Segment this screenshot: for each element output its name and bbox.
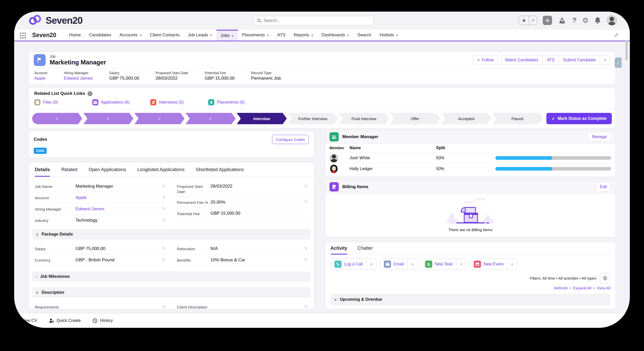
- section-job-milestones[interactable]: › Job Milestones: [32, 271, 310, 282]
- path-stage-final-interview[interactable]: Final Interview: [339, 113, 389, 124]
- edit-pencil-icon[interactable]: ✎: [162, 183, 166, 189]
- section-upcoming-overdue[interactable]: ∨ Upcoming & Overdue: [331, 294, 610, 305]
- email-button[interactable]: Email: [380, 259, 408, 270]
- edit-pencil-icon[interactable]: ✎: [162, 246, 166, 251]
- path-stage-offer[interactable]: Offer: [390, 113, 440, 124]
- task-icon: [425, 261, 432, 268]
- new-task-button[interactable]: New Task: [421, 259, 456, 270]
- hiring-manager-link[interactable]: Edward James: [64, 76, 93, 81]
- follow-button[interactable]: +Follow: [473, 55, 498, 65]
- account-link[interactable]: Apple: [75, 195, 87, 200]
- edit-pencil-icon[interactable]: ✎: [162, 257, 166, 263]
- edit-page-pencil-icon[interactable]: ✎: [614, 32, 618, 38]
- new-task-dropdown[interactable]: ▾: [456, 259, 466, 270]
- nav-item-search[interactable]: Search: [353, 30, 376, 40]
- side-panel-toggle[interactable]: ‹: [615, 57, 622, 68]
- path-stage-accepted[interactable]: Accepted: [441, 113, 491, 124]
- scrollbar-thumb[interactable]: [625, 40, 628, 61]
- quick-link-interviews[interactable]: Interviews (5): [150, 99, 208, 105]
- edit-pencil-icon[interactable]: ✎: [162, 195, 166, 200]
- tab-details[interactable]: Details: [35, 163, 50, 177]
- nav-item-job-leads[interactable]: Job Leads∨: [184, 30, 216, 40]
- log-a-call-dropdown[interactable]: ▾: [366, 259, 376, 270]
- tab-related[interactable]: Related: [61, 163, 77, 177]
- quick-link-applications[interactable]: Applications (6): [92, 99, 150, 105]
- nav-item-home[interactable]: Home: [65, 30, 85, 40]
- nav-app-name[interactable]: Seven20: [32, 32, 56, 40]
- nav-item-dashboards[interactable]: Dashboards∨: [317, 30, 353, 40]
- global-create-button[interactable]: +: [543, 16, 552, 25]
- hiring-manager-link[interactable]: Edward James: [75, 206, 104, 212]
- search-input[interactable]: [264, 18, 370, 23]
- nav-item-accounts[interactable]: Accounts∨: [115, 30, 146, 40]
- mark-status-complete-button[interactable]: ✓Mark Status as Complete: [546, 113, 612, 124]
- email-dropdown[interactable]: ▾: [408, 259, 417, 270]
- account-link[interactable]: Apple: [34, 76, 45, 81]
- utility-history[interactable]: History: [92, 318, 113, 323]
- app-launcher-icon[interactable]: [20, 32, 26, 39]
- edit-pencil-icon[interactable]: ✎: [162, 218, 166, 223]
- nav-item-ats[interactable]: ATS: [273, 30, 290, 40]
- field-relocation: Relocation N/A✎: [177, 243, 308, 254]
- global-header: Seven20 ★ ▾ + ? ⚙: [14, 12, 630, 30]
- setup-gear-icon[interactable]: ⚙: [582, 16, 589, 25]
- path-stage-complete[interactable]: ✓: [185, 113, 235, 124]
- user-avatar[interactable]: [607, 15, 617, 26]
- edit-pencil-icon[interactable]: ✎: [304, 246, 308, 251]
- activity-filter-settings-button[interactable]: [600, 273, 610, 283]
- path-stage-complete[interactable]: ✓: [32, 113, 82, 124]
- nav-item-client-contacts[interactable]: Client Contacts: [146, 30, 184, 40]
- new-task-control: New Task ▾: [421, 258, 466, 270]
- submit-candidate-button[interactable]: Submit Candidate: [559, 55, 600, 65]
- manage-button[interactable]: Manage: [588, 132, 611, 142]
- global-search[interactable]: [254, 16, 374, 25]
- quick-link-placements[interactable]: Placements (0): [208, 99, 266, 105]
- ats-button[interactable]: ATS: [543, 55, 559, 65]
- quick-link-files[interactable]: Files (0): [34, 99, 92, 105]
- tab-chatter[interactable]: Chatter: [358, 242, 373, 255]
- notifications-bell-icon[interactable]: [594, 17, 601, 24]
- tab-shortlisted-applications[interactable]: Shortlisted Applications: [196, 163, 244, 177]
- view-all-link[interactable]: View All: [597, 286, 610, 290]
- edit-button[interactable]: Edit: [595, 182, 611, 192]
- section-description[interactable]: ∨ Description: [32, 287, 310, 298]
- log-a-call-button[interactable]: Log a Call: [331, 259, 366, 270]
- path-stage-complete[interactable]: ✓: [134, 113, 184, 124]
- tab-activity[interactable]: Activity: [331, 242, 347, 255]
- nav-item-hotlists[interactable]: Hotlists∨: [375, 30, 402, 40]
- path-stage-further-interview[interactable]: Further Interview: [288, 113, 338, 124]
- nav-item-reports[interactable]: Reports∨: [290, 30, 317, 40]
- edit-pencil-icon[interactable]: ✎: [162, 206, 166, 212]
- path-stage-interview[interactable]: Interview: [237, 113, 287, 124]
- utility-quick-create[interactable]: Quick Create: [49, 318, 81, 323]
- activity-filters-text: Filters: All time • All activities • All…: [530, 276, 596, 280]
- nav-item-candidates[interactable]: Candidates: [85, 30, 115, 40]
- more-actions-dropdown-button[interactable]: ▾: [600, 55, 610, 65]
- edit-pencil-icon[interactable]: ✎: [304, 199, 308, 205]
- path-stage-placed[interactable]: Placed: [492, 113, 542, 124]
- match-candidates-button[interactable]: Match Candidates: [501, 55, 543, 65]
- edit-pencil-icon[interactable]: ✎: [304, 257, 308, 263]
- edit-pencil-icon[interactable]: ✎: [162, 304, 166, 309]
- expand-all-link[interactable]: Expand All: [573, 286, 591, 290]
- refresh-link[interactable]: Refresh: [554, 286, 568, 290]
- nav-item-placements[interactable]: Placements∨: [238, 30, 273, 40]
- configure-codes-button[interactable]: Configure Codes: [272, 135, 309, 144]
- new-event-dropdown[interactable]: ▾: [507, 259, 517, 270]
- favorites-dropdown-button[interactable]: ▾: [529, 16, 537, 25]
- path-stage-complete[interactable]: ✓: [83, 113, 133, 124]
- new-event-button[interactable]: New Event: [470, 259, 507, 270]
- nav-item-jobs[interactable]: Jobs∨: [216, 30, 238, 40]
- column-name: Name: [350, 146, 436, 150]
- code-chip[interactable]: COO: [34, 148, 47, 154]
- info-icon[interactable]: i: [88, 91, 92, 96]
- utility-new-cv[interactable]: New CV: [22, 318, 37, 323]
- tab-longlisted-applications[interactable]: Longlisted Applications: [137, 163, 184, 177]
- trailhead-icon[interactable]: [558, 17, 566, 24]
- favorite-star-button[interactable]: ★: [519, 16, 529, 25]
- section-package-details[interactable]: ∨ Package Details: [32, 229, 310, 239]
- help-icon[interactable]: ?: [572, 16, 577, 24]
- tab-open-applications[interactable]: Open Applications: [89, 163, 126, 177]
- edit-pencil-icon[interactable]: ✎: [304, 183, 308, 189]
- edit-pencil-icon[interactable]: ✎: [304, 304, 308, 309]
